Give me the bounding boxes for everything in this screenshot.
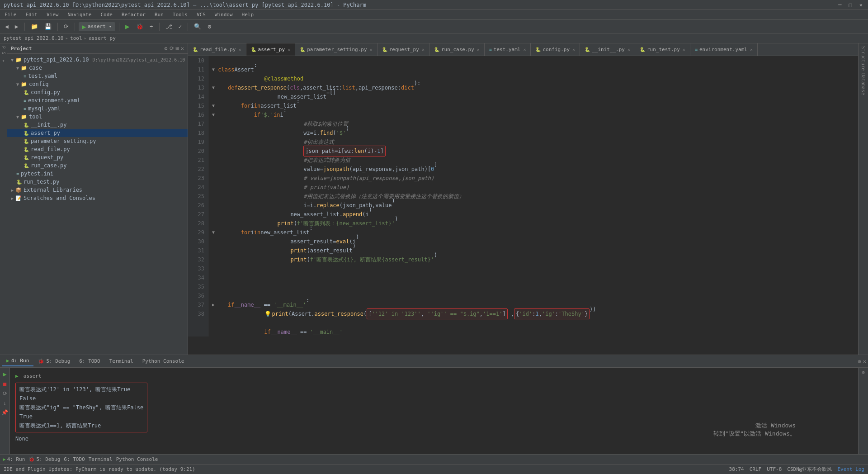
- run-test-tab-close[interactable]: ✕: [683, 47, 685, 52]
- sidebar-close-icon[interactable]: ✕: [181, 45, 184, 52]
- close-button[interactable]: ✕: [858, 2, 864, 8]
- menu-tools[interactable]: Tools: [171, 11, 189, 19]
- breadcrumb-project[interactable]: pytest_api_2022.6.10: [4, 35, 63, 41]
- tab-config[interactable]: 🐍 config.py ✕: [531, 43, 580, 56]
- menu-vcs[interactable]: VCS: [195, 11, 208, 19]
- breadcrumb-folder[interactable]: tool: [70, 35, 82, 41]
- tree-pytest-ini[interactable]: ≡ pytest.ini: [7, 170, 188, 178]
- right-database-icon[interactable]: Database: [860, 72, 867, 96]
- menu-file[interactable]: File: [3, 11, 19, 19]
- menu-navigate[interactable]: Navigate: [66, 11, 94, 19]
- coverage-btn[interactable]: ☂: [147, 22, 156, 31]
- run-green-btn[interactable]: ▶: [123, 21, 132, 32]
- tree-root[interactable]: ▼ 📁 pytest_api_2022.6.10 D:\python2022\p…: [7, 56, 188, 64]
- tab-env-yaml[interactable]: ≡ environment.yaml ✕: [690, 43, 758, 56]
- tree-external-libs[interactable]: ▶ 📦 External Libraries: [7, 186, 188, 194]
- fold-15[interactable]: ▼: [212, 101, 215, 110]
- tree-read-file[interactable]: 🐍 read_file.py: [7, 145, 188, 153]
- debug-btn[interactable]: 🐞: [134, 22, 146, 31]
- tab-todo[interactable]: 6: TODO: [75, 356, 104, 366]
- tab-assert-py[interactable]: 🐍 assert_py ✕: [246, 43, 296, 56]
- structure-icon[interactable]: S: [0, 51, 7, 55]
- terminal-btn-bottom[interactable]: Terminal: [89, 456, 113, 462]
- sidebar-sync-icon[interactable]: ⟳: [170, 45, 174, 52]
- commit-btn[interactable]: ✓: [176, 22, 184, 31]
- tree-param-setting[interactable]: 🐍 parameter_setting.py: [7, 137, 188, 145]
- menu-run[interactable]: Run: [153, 11, 165, 19]
- tree-assert-py[interactable]: 🐍 assert_py: [7, 129, 188, 137]
- code-lines[interactable]: ▼ class Assert: @classmethod ▼ def asser…: [208, 56, 858, 337]
- tree-mysql-yaml[interactable]: ≡ mysql.yaml: [7, 104, 188, 113]
- run-btn-bottom[interactable]: ▶ 4: Run: [3, 456, 25, 462]
- tab-debug[interactable]: 🐞 5: Debug: [33, 356, 75, 366]
- open-button[interactable]: 📁: [28, 22, 40, 31]
- breadcrumb-file[interactable]: assert_py: [89, 35, 116, 41]
- tab-terminal[interactable]: Terminal: [105, 356, 138, 366]
- tree-tool[interactable]: ▼ 📁 tool: [7, 113, 188, 121]
- tree-config-py[interactable]: 🐍 config.py: [7, 88, 188, 96]
- read-tab-close[interactable]: ✕: [238, 47, 241, 52]
- tree-request-py[interactable]: 🐍 request_py: [7, 153, 188, 161]
- favorites-icon[interactable]: ★: [0, 57, 7, 64]
- run-pin-btn[interactable]: 📌: [0, 408, 9, 417]
- run-rerun-btn[interactable]: ⟳: [2, 389, 8, 398]
- assert-run-btn[interactable]: ▶ assert ▾: [79, 22, 115, 31]
- tree-test-yaml[interactable]: ≡ test.yaml: [7, 72, 188, 80]
- menu-edit[interactable]: Edit: [24, 11, 40, 19]
- menu-code[interactable]: Code: [99, 11, 114, 19]
- run-right-btn[interactable]: ⚙: [862, 370, 865, 375]
- menu-refactor[interactable]: Refactor: [120, 11, 147, 19]
- project-icon[interactable]: P: [0, 45, 7, 49]
- tab-parameter[interactable]: 🐍 parameter_setting.py ✕: [295, 43, 377, 56]
- tree-config[interactable]: ▼ 📁 config: [7, 80, 188, 88]
- tab-request[interactable]: 🐍 request_py ✕: [377, 43, 429, 56]
- tree-init-py[interactable]: 🐍 __init__.py: [7, 121, 188, 129]
- tree-run-test[interactable]: 🐍 run_test.py: [7, 178, 188, 186]
- status-event-log[interactable]: Event Log: [837, 466, 864, 472]
- tab-run[interactable]: ▶ 4: Run: [2, 356, 33, 366]
- env-yaml-tab-close[interactable]: ✕: [750, 47, 753, 52]
- tree-case[interactable]: ▼ 📁 case: [7, 64, 188, 72]
- python-console-btn-bottom[interactable]: Python Console: [116, 456, 158, 462]
- tab-read-file[interactable]: 🐍 read_file.py ✕: [188, 43, 246, 56]
- run-play-btn[interactable]: ▶: [2, 370, 7, 379]
- assert-tab-close[interactable]: ✕: [288, 47, 290, 52]
- sidebar-expand-icon[interactable]: ⊞: [176, 45, 179, 52]
- run-case-tab-close[interactable]: ✕: [477, 47, 480, 52]
- todo-btn-bottom[interactable]: 6: TODO: [64, 456, 85, 462]
- back-button[interactable]: ◀: [3, 22, 11, 31]
- forward-button[interactable]: ▶: [13, 22, 21, 31]
- sync-button[interactable]: ⟳: [61, 22, 71, 31]
- tab-init[interactable]: 🐍 __init__.py ✕: [580, 43, 635, 56]
- run-scroll-btn[interactable]: ⇣: [2, 399, 7, 407]
- config-tab-close[interactable]: ✕: [572, 47, 575, 52]
- minimize-button[interactable]: ─: [836, 2, 843, 8]
- maximize-button[interactable]: □: [847, 2, 854, 8]
- test-yaml-tab-close[interactable]: ✕: [523, 47, 526, 52]
- run-stop-btn[interactable]: ■: [2, 380, 7, 388]
- tab-run-case[interactable]: 🐍 run_case.py ✕: [429, 43, 485, 56]
- sidebar-gear-icon[interactable]: ⚙: [164, 45, 167, 52]
- tab-run-test[interactable]: 🐍 run_test.py ✕: [635, 43, 690, 56]
- right-structure-icon[interactable]: Structure: [860, 45, 867, 71]
- init-tab-close[interactable]: ✕: [627, 47, 630, 52]
- debug-btn-bottom[interactable]: 🐞 5: Debug: [28, 456, 60, 462]
- menu-window[interactable]: Window: [213, 11, 235, 19]
- code-editor[interactable]: 10 11 12 13 14 15 16 17 18 19 20 21 22 2…: [188, 56, 858, 355]
- menu-help[interactable]: Help: [240, 11, 256, 19]
- param-tab-close[interactable]: ✕: [370, 47, 373, 52]
- tree-run-case[interactable]: 🐍 run_case.py: [7, 161, 188, 170]
- git-btn[interactable]: ⎇: [163, 22, 175, 31]
- panel-close-icon[interactable]: ✕: [863, 358, 866, 365]
- status-encoding[interactable]: UTF-8: [767, 466, 782, 472]
- request-tab-close[interactable]: ✕: [422, 47, 425, 52]
- tree-env-yaml[interactable]: ≡ environment.yaml: [7, 96, 188, 104]
- tree-scratches[interactable]: ▶ 📝 Scratches and Consoles: [7, 194, 188, 202]
- tab-python-console[interactable]: Python Console: [138, 356, 189, 366]
- status-crlf[interactable]: CRLF: [750, 466, 762, 472]
- menu-view[interactable]: View: [45, 11, 61, 19]
- settings-btn[interactable]: ⚙: [205, 22, 213, 31]
- save-button[interactable]: 💾: [42, 22, 54, 31]
- panel-settings-icon[interactable]: ⚙: [858, 358, 861, 365]
- tab-test-yaml[interactable]: ≡ test.yaml ✕: [485, 43, 531, 56]
